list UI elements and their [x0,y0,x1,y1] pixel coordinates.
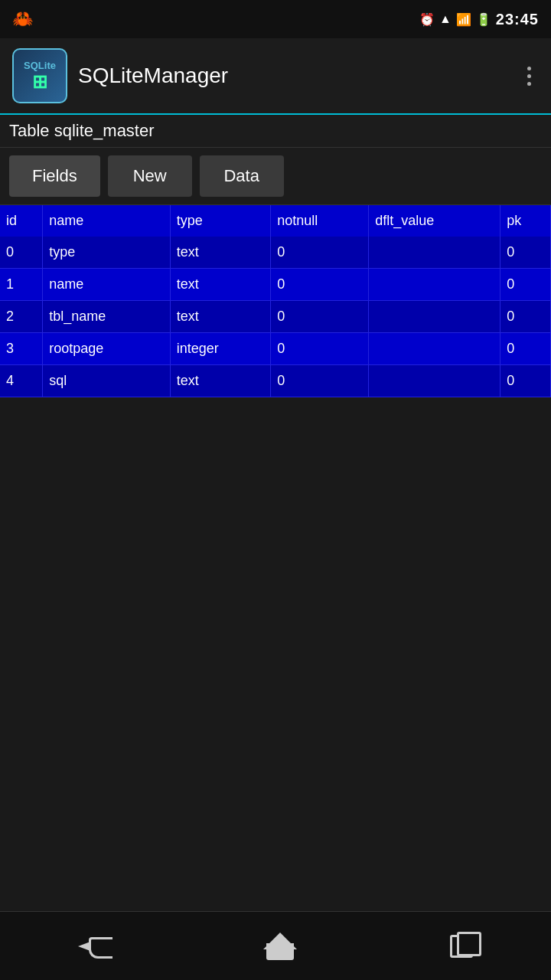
status-bar: 🦀 ⏰ ▲ 📶 🔋 23:45 [0,0,551,38]
col-pk: pk [500,205,551,237]
cell-name: tbl_name [43,301,170,333]
table-row[interactable]: 2tbl_nametext00 [0,301,551,333]
cell-id: 4 [0,365,43,397]
cell-dflt_value [369,237,500,269]
main-content: id name type notnull dflt_value pk 0type… [0,205,551,911]
cell-dflt_value [369,365,500,397]
cell-dflt_value [369,301,500,333]
app-bar: SQLite ⊞ SQLiteManager [0,38,551,115]
col-notnull: notnull [271,205,369,237]
app-title: SQLiteManager [78,64,520,88]
data-tab-button[interactable]: Data [200,155,284,197]
buttons-row: Fields New Data [0,148,551,205]
recents-button[interactable] [427,927,496,965]
table-row[interactable]: 4sqltext00 [0,365,551,397]
cell-type: integer [170,333,271,365]
cell-name: rootpage [43,333,170,365]
android-icon: 🦀 [12,9,33,28]
table-row[interactable]: 1nametext00 [0,269,551,301]
cell-notnull: 0 [271,301,369,333]
cell-id: 2 [0,301,43,333]
cell-pk: 0 [500,365,551,397]
cell-type: text [170,237,271,269]
new-tab-button[interactable]: New [108,155,192,197]
cell-pk: 0 [500,333,551,365]
cell-pk: 0 [500,237,551,269]
alarm-icon: ⏰ [419,12,435,27]
cell-id: 1 [0,269,43,301]
menu-dot-1 [527,67,531,70]
cell-name: sql [43,365,170,397]
fields-table: id name type notnull dflt_value pk 0type… [0,205,551,397]
navigation-bar [0,911,551,980]
col-type: type [170,205,271,237]
cell-id: 0 [0,237,43,269]
back-button[interactable] [55,929,133,963]
cell-name: name [43,269,170,301]
cell-pk: 0 [500,301,551,333]
cell-notnull: 0 [271,237,369,269]
col-name: name [43,205,170,237]
home-button[interactable] [243,925,317,968]
status-icons: ⏰ ▲ 📶 🔋 23:45 [419,11,539,28]
cell-notnull: 0 [271,365,369,397]
overflow-menu-button[interactable] [520,59,539,93]
battery-icon: 🔋 [476,12,491,27]
fields-tab-button[interactable]: Fields [9,155,100,197]
table-row[interactable]: 3rootpageinteger00 [0,333,551,365]
app-icon-label: SQLite [24,60,56,72]
cell-dflt_value [369,333,500,365]
col-dflt-value: dflt_value [369,205,500,237]
menu-dot-3 [527,82,531,86]
cell-name: type [43,237,170,269]
cell-id: 3 [0,333,43,365]
time-display: 23:45 [496,11,539,28]
table-header-row: id name type notnull dflt_value pk [0,205,551,237]
wifi-icon: ▲ [439,12,452,26]
cell-dflt_value [369,269,500,301]
app-icon: SQLite ⊞ [12,48,67,103]
table-label: Table sqlite_master [0,115,551,148]
cell-notnull: 0 [271,333,369,365]
cell-type: text [170,301,271,333]
cell-pk: 0 [500,269,551,301]
home-icon [266,933,294,960]
back-icon [78,937,110,956]
table-row[interactable]: 0typetext00 [0,237,551,269]
col-id: id [0,205,43,237]
android-icon-container: 🦀 [12,9,33,29]
signal-icon: 📶 [456,12,471,27]
cell-type: text [170,365,271,397]
table-body: 0typetext001nametext002tbl_nametext003ro… [0,237,551,397]
cell-type: text [170,269,271,301]
menu-dot-2 [527,74,531,78]
recents-icon [450,935,473,958]
app-icon-symbol: ⊞ [24,72,56,92]
cell-notnull: 0 [271,269,369,301]
